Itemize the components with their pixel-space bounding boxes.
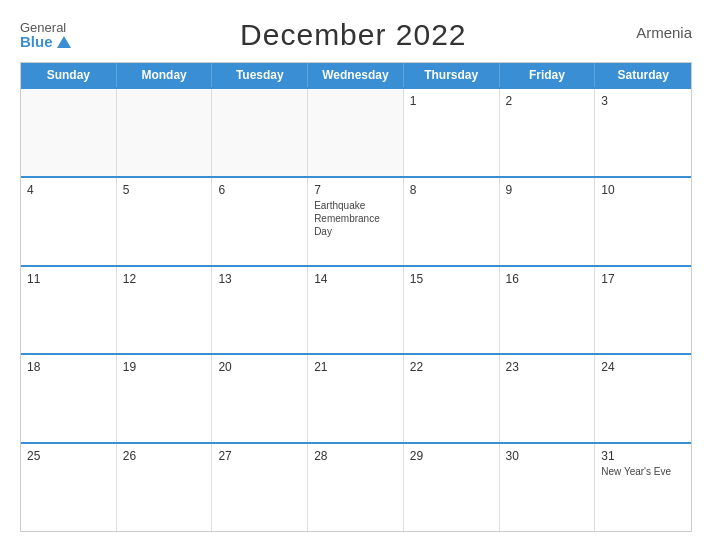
day-number: 6 — [218, 183, 301, 197]
day-number: 19 — [123, 360, 206, 374]
calendar-cell: 6 — [212, 178, 308, 265]
calendar-header: SundayMondayTuesdayWednesdayThursdayFrid… — [21, 63, 691, 87]
weekday-header-thursday: Thursday — [404, 63, 500, 87]
day-number: 9 — [506, 183, 589, 197]
weekday-header-friday: Friday — [500, 63, 596, 87]
day-number: 21 — [314, 360, 397, 374]
calendar: SundayMondayTuesdayWednesdayThursdayFrid… — [20, 62, 692, 532]
calendar-week-1: 123 — [21, 87, 691, 176]
calendar-cell: 15 — [404, 267, 500, 354]
calendar-event: Earthquake Remembrance Day — [314, 199, 397, 238]
day-number: 4 — [27, 183, 110, 197]
day-number: 20 — [218, 360, 301, 374]
day-number: 7 — [314, 183, 397, 197]
day-number: 18 — [27, 360, 110, 374]
calendar-cell: 14 — [308, 267, 404, 354]
calendar-cell: 23 — [500, 355, 596, 442]
weekday-header-wednesday: Wednesday — [308, 63, 404, 87]
calendar-cell: 9 — [500, 178, 596, 265]
day-number: 25 — [27, 449, 110, 463]
day-number: 28 — [314, 449, 397, 463]
calendar-week-4: 18192021222324 — [21, 353, 691, 442]
day-number: 29 — [410, 449, 493, 463]
calendar-cell: 10 — [595, 178, 691, 265]
day-number: 3 — [601, 94, 685, 108]
day-number: 26 — [123, 449, 206, 463]
calendar-cell: 8 — [404, 178, 500, 265]
calendar-cell: 13 — [212, 267, 308, 354]
weekday-header-tuesday: Tuesday — [212, 63, 308, 87]
calendar-cell: 2 — [500, 89, 596, 176]
day-number: 13 — [218, 272, 301, 286]
day-number: 11 — [27, 272, 110, 286]
calendar-cell: 12 — [117, 267, 213, 354]
day-number: 27 — [218, 449, 301, 463]
day-number: 14 — [314, 272, 397, 286]
calendar-cell: 29 — [404, 444, 500, 531]
calendar-cell: 16 — [500, 267, 596, 354]
calendar-event: New Year's Eve — [601, 465, 685, 478]
calendar-cell: 25 — [21, 444, 117, 531]
calendar-cell: 11 — [21, 267, 117, 354]
calendar-cell — [212, 89, 308, 176]
calendar-week-3: 11121314151617 — [21, 265, 691, 354]
calendar-week-2: 4567Earthquake Remembrance Day8910 — [21, 176, 691, 265]
day-number: 16 — [506, 272, 589, 286]
calendar-cell: 30 — [500, 444, 596, 531]
calendar-cell — [117, 89, 213, 176]
calendar-cell: 19 — [117, 355, 213, 442]
calendar-cell: 3 — [595, 89, 691, 176]
logo-triangle-icon — [57, 36, 71, 48]
calendar-cell: 18 — [21, 355, 117, 442]
calendar-cell: 1 — [404, 89, 500, 176]
calendar-cell: 31New Year's Eve — [595, 444, 691, 531]
calendar-cell: 20 — [212, 355, 308, 442]
calendar-cell: 24 — [595, 355, 691, 442]
day-number: 12 — [123, 272, 206, 286]
calendar-cell: 26 — [117, 444, 213, 531]
weekday-header-sunday: Sunday — [21, 63, 117, 87]
month-title: December 2022 — [240, 18, 466, 52]
weekday-header-saturday: Saturday — [595, 63, 691, 87]
day-number: 2 — [506, 94, 589, 108]
calendar-body: 1234567Earthquake Remembrance Day8910111… — [21, 87, 691, 531]
day-number: 23 — [506, 360, 589, 374]
calendar-cell: 21 — [308, 355, 404, 442]
calendar-cell — [21, 89, 117, 176]
country-label: Armenia — [636, 18, 692, 41]
day-number: 10 — [601, 183, 685, 197]
day-number: 31 — [601, 449, 685, 463]
day-number: 30 — [506, 449, 589, 463]
weekday-header-monday: Monday — [117, 63, 213, 87]
day-number: 1 — [410, 94, 493, 108]
logo-blue-text: Blue — [20, 34, 53, 49]
page-header: General Blue December 2022 Armenia — [20, 18, 692, 52]
calendar-week-5: 25262728293031New Year's Eve — [21, 442, 691, 531]
day-number: 5 — [123, 183, 206, 197]
day-number: 22 — [410, 360, 493, 374]
calendar-cell: 28 — [308, 444, 404, 531]
calendar-cell: 5 — [117, 178, 213, 265]
logo: General Blue — [20, 21, 71, 49]
day-number: 8 — [410, 183, 493, 197]
calendar-cell — [308, 89, 404, 176]
calendar-cell: 17 — [595, 267, 691, 354]
calendar-cell: 4 — [21, 178, 117, 265]
calendar-page: General Blue December 2022 Armenia Sunda… — [0, 0, 712, 550]
calendar-cell: 7Earthquake Remembrance Day — [308, 178, 404, 265]
day-number: 24 — [601, 360, 685, 374]
calendar-cell: 22 — [404, 355, 500, 442]
calendar-cell: 27 — [212, 444, 308, 531]
day-number: 15 — [410, 272, 493, 286]
day-number: 17 — [601, 272, 685, 286]
